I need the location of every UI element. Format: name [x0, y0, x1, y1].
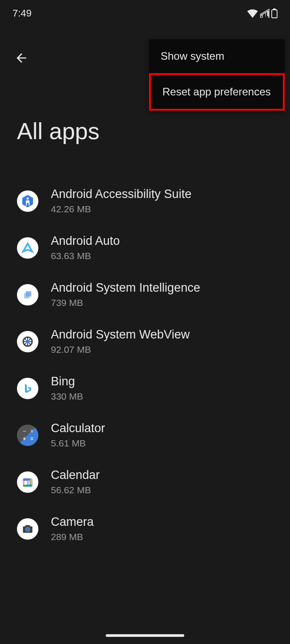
status-time: 7:49 [12, 8, 32, 19]
app-icon-calendar: 31 [17, 471, 38, 493]
app-name: Camera [51, 515, 94, 529]
svg-point-21 [26, 528, 29, 531]
app-item-webview[interactable]: Android System WebView 92.07 MB [17, 318, 273, 365]
menu-item-show-system[interactable]: Show system [149, 39, 285, 73]
app-size: 92.07 MB [51, 344, 190, 355]
app-icon-accessibility [17, 190, 38, 212]
wifi-icon [247, 9, 258, 18]
app-icon-bing [17, 378, 38, 399]
navigation-bar-handle[interactable] [106, 634, 184, 637]
menu-item-reset-app-preferences[interactable]: Reset app preferences [149, 73, 285, 111]
app-size: 739 MB [51, 297, 200, 308]
app-name: Bing [51, 375, 83, 388]
page-title: All apps [0, 118, 290, 144]
app-item-bing[interactable]: Bing 330 MB [17, 365, 273, 412]
app-item-camera[interactable]: Camera 289 MB [17, 505, 273, 552]
app-icon-auto [17, 237, 38, 259]
svg-rect-0 [267, 12, 269, 16]
arrow-back-icon [14, 51, 29, 65]
app-item-calendar[interactable]: 31 Calendar 56.62 MB [17, 458, 273, 505]
app-size: 289 MB [51, 532, 94, 542]
app-name: Calculator [51, 421, 105, 435]
app-name: Calendar [51, 468, 100, 482]
battery-icon [271, 8, 278, 18]
app-item-auto[interactable]: Android Auto 63.63 MB [17, 224, 273, 271]
svg-point-5 [27, 197, 29, 199]
app-size: 330 MB [51, 391, 83, 402]
svg-point-9 [26, 340, 29, 343]
svg-text:+: + [23, 436, 26, 442]
app-info: Android System WebView 92.07 MB [51, 328, 190, 355]
app-icon-webview [17, 331, 38, 352]
app-item-calculator[interactable]: − × + = Calculator 5.61 MB [17, 412, 273, 458]
app-size: 42.26 MB [51, 204, 191, 215]
svg-rect-3 [273, 8, 276, 10]
app-info: Android Accessibility Suite 42.26 MB [51, 187, 191, 215]
app-list: Android Accessibility Suite 42.26 MB And… [0, 178, 290, 552]
status-bar: 7:49 ! [0, 0, 290, 27]
overflow-menu: Show system Reset app preferences [149, 39, 285, 111]
app-info: Android Auto 63.63 MB [51, 234, 120, 261]
app-name: Android System WebView [51, 328, 190, 342]
app-size: 56.62 MB [51, 485, 100, 495]
svg-rect-7 [26, 291, 31, 297]
app-item-accessibility[interactable]: Android Accessibility Suite 42.26 MB [17, 178, 273, 224]
app-info: Android System Intelligence 739 MB [51, 281, 200, 308]
app-size: 5.61 MB [51, 438, 105, 449]
status-icons: ! [247, 8, 278, 18]
app-name: Android Auto [51, 234, 120, 248]
app-size: 63.63 MB [51, 251, 120, 261]
svg-text:!: ! [265, 12, 266, 18]
app-icon-calculator: − × + = [17, 425, 38, 446]
back-button[interactable] [12, 49, 30, 67]
app-info: Calculator 5.61 MB [51, 421, 105, 449]
app-name: Android Accessibility Suite [51, 187, 191, 201]
app-name: Android System Intelligence [51, 281, 200, 295]
app-icon-camera [17, 518, 38, 540]
svg-text:=: = [30, 436, 33, 442]
app-info: Camera 289 MB [51, 515, 94, 542]
app-info: Bing 330 MB [51, 375, 83, 402]
app-item-intelligence[interactable]: Android System Intelligence 739 MB [17, 271, 273, 318]
app-info: Calendar 56.62 MB [51, 468, 100, 495]
svg-rect-2 [272, 10, 277, 18]
svg-rect-18 [23, 479, 25, 487]
svg-text:×: × [30, 428, 33, 434]
signal-icon: ! [260, 9, 269, 18]
app-icon-intelligence [17, 284, 38, 305]
svg-text:31: 31 [26, 481, 32, 486]
svg-text:−: − [23, 428, 26, 434]
